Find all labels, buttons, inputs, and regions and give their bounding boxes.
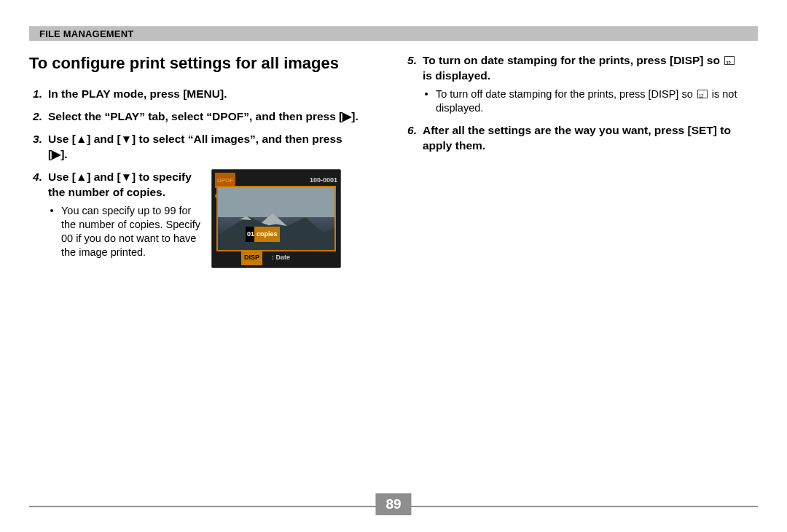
note-text: You can specify up to 99 for the number … — [61, 204, 201, 259]
step4-textcol: Use [▲] and [▼] to specify the number of… — [48, 169, 201, 259]
step-3: 3. Use [▲] and [▼] to select “All images… — [29, 131, 364, 162]
step-text-b: is displayed. — [423, 69, 490, 82]
page-heading: To configure print settings for all imag… — [29, 54, 364, 73]
step-number: 4. — [29, 169, 42, 268]
step-1: 1. In the PLAY mode, press [MENU]. — [29, 86, 364, 101]
step-text: Use [▲] and [▼] to select “All images”, … — [48, 131, 364, 162]
step-number: 1. — [29, 86, 42, 101]
step-text: Select the “PLAY” tab, select “DPOF”, an… — [48, 109, 364, 124]
date-stamp-icon — [724, 56, 735, 65]
lcd-disp-button: DISP — [241, 250, 262, 265]
content-columns: To configure print settings for all imag… — [29, 41, 758, 275]
note-wrapper: To turn off date stamping for the prints… — [436, 87, 746, 115]
step-text-a: To turn on date stamping for the prints,… — [423, 54, 723, 66]
step-2: 2. Select the “PLAY” tab, select “DPOF”,… — [29, 109, 364, 124]
step-note: • You can specify up to 99 for the numbe… — [48, 204, 201, 259]
page-number: 89 — [375, 493, 411, 515]
step-note: • To turn off date stamping for the prin… — [423, 87, 746, 115]
step-5: 5. To turn on date stamping for the prin… — [404, 52, 746, 115]
step-text: In the PLAY mode, press [MENU]. — [48, 86, 364, 101]
camera-lcd-illustration: DPOF 100-0001 Copies of all images — [211, 169, 341, 268]
manual-page: FILE MANAGEMENT To configure print setti… — [0, 0, 787, 532]
step-6: 6. After all the settings are the way yo… — [404, 122, 746, 153]
lcd-date-label: : Date — [272, 250, 290, 265]
step-body: To turn on date stamping for the prints,… — [423, 52, 746, 115]
svg-marker-1 — [262, 213, 287, 227]
step-number: 6. — [404, 122, 417, 153]
date-stamp-icon — [697, 90, 708, 98]
right-column: 5. To turn on date stamping for the prin… — [404, 52, 746, 275]
lcd-copies-label: copies — [254, 227, 280, 242]
page-footer: 89 — [29, 506, 758, 507]
step-number: 5. — [404, 52, 417, 115]
left-column: To configure print settings for all imag… — [29, 52, 364, 275]
step-text: After all the settings are the way you w… — [423, 122, 746, 153]
bullet-dot: • — [48, 204, 55, 259]
step-number: 2. — [29, 109, 42, 124]
step-number: 3. — [29, 131, 42, 162]
step-4: 4. Use [▲] and [▼] to specify the number… — [29, 169, 364, 268]
bullet-dot: • — [423, 87, 430, 115]
step-body: Use [▲] and [▼] to specify the number of… — [48, 169, 364, 268]
note-text-a: To turn off date stamping for the prints… — [436, 88, 696, 100]
section-header-bar: FILE MANAGEMENT — [29, 26, 758, 41]
step-text: Use [▲] and [▼] to specify the number of… — [48, 171, 192, 198]
section-title: FILE MANAGEMENT — [39, 28, 133, 39]
